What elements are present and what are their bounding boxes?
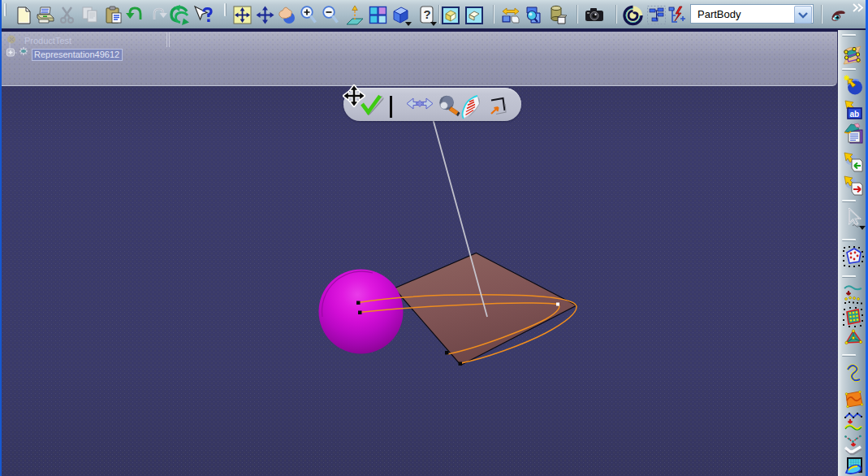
svg-text:ab: ab [850,110,860,119]
svg-text:?: ? [424,7,431,21]
